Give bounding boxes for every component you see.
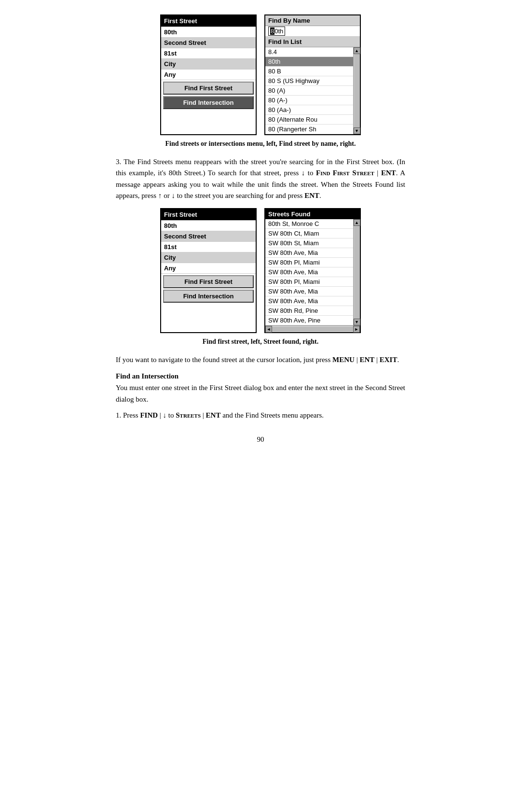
list-item-8[interactable]: 80 (Rangerter Sh	[265, 125, 353, 134]
bottom-panels-row: First Street 80th Second Street 81st Cit…	[116, 208, 405, 333]
caption-top: Find streets or intersections menu, left…	[116, 140, 405, 148]
scroll-down-btn-top[interactable]: ▼	[354, 127, 360, 134]
city-label-bottom: City	[161, 252, 256, 263]
city-value-bottom: Any	[161, 263, 256, 274]
find-by-name-input[interactable]: 80th	[268, 27, 285, 36]
sf-item-5[interactable]: SW 80th Ave, Mia	[265, 267, 353, 277]
streets-found-header: Streets Found	[265, 209, 360, 219]
right-panel-bottom: Streets Found 80th St, Monroe C SW 80th …	[264, 208, 361, 333]
sf-item-3[interactable]: SW 80th Ave, Mia	[265, 248, 353, 258]
scroll-down-btn-bottom[interactable]: ▼	[354, 319, 360, 325]
scroll-track-top	[354, 54, 360, 127]
scroll-up-btn-top[interactable]: ▲	[354, 47, 360, 54]
streets-found-scroll-area: 80th St, Monroe C SW 80th Ct, Miam SW 80…	[265, 219, 360, 325]
find-in-list-header: Find In List	[265, 37, 360, 47]
city-value-top: Any	[161, 70, 256, 80]
sf-item-4[interactable]: SW 80th Pl, Miami	[265, 258, 353, 267]
second-street-label-bottom: Second Street	[161, 231, 256, 242]
second-street-label-top: Second Street	[161, 38, 256, 48]
caption-bottom: Find first street, left, Street found, r…	[116, 338, 405, 346]
sf-item-6[interactable]: SW 80th Pl, Miami	[265, 277, 353, 287]
list-item-3[interactable]: 80 S (US Highway	[265, 76, 353, 86]
sf-item-2[interactable]: SW 80th St, Miam	[265, 238, 353, 248]
first-street-value-top: 80th	[161, 27, 256, 38]
second-street-value-bottom: 81st	[161, 242, 256, 252]
hscroll-right-btn[interactable]: ►	[353, 326, 360, 333]
input-cursor: 8	[270, 28, 274, 35]
hscroll-left-btn[interactable]: ◄	[265, 326, 272, 333]
find-first-street-btn-top[interactable]: Find First Street	[163, 82, 254, 95]
sf-item-1[interactable]: SW 80th Ct, Miam	[265, 229, 353, 238]
sf-item-0[interactable]: 80th St, Monroe C	[265, 219, 353, 229]
left-panel-top: First Street 80th Second Street 81st Cit…	[160, 14, 257, 135]
section-body-intersection: You must enter one street in the First S…	[116, 382, 405, 421]
top-panels-row: First Street 80th Second Street 81st Cit…	[116, 14, 405, 135]
page-number: 90	[116, 435, 405, 444]
right-panel-scrollbar-top[interactable]: ▲ ▼	[353, 47, 360, 134]
right-panel-top: Find By Name 80th Find In List 8.4 80th …	[264, 14, 361, 135]
find-by-name-input-row[interactable]: 80th	[265, 26, 360, 37]
left-panel-bottom: First Street 80th Second Street 81st Cit…	[160, 208, 257, 333]
body-paragraph-2: If you want to navigate to the found str…	[116, 354, 405, 365]
first-street-value-bottom: 80th	[161, 221, 256, 231]
streets-found-hscrollbar[interactable]: ◄ ►	[265, 325, 360, 332]
find-by-name-header: Find By Name	[265, 15, 360, 26]
sf-item-10[interactable]: SW 80th Ave, Pine	[265, 316, 353, 325]
input-suffix: 0th	[274, 28, 283, 35]
section-heading-find-intersection: Find an Intersection	[116, 372, 405, 380]
find-in-list-items: 8.4 80th 80 B 80 S (US Highway 80 (A) 80…	[265, 47, 353, 134]
find-intersection-btn-bottom[interactable]: Find Intersection	[163, 290, 254, 303]
list-item-4[interactable]: 80 (A)	[265, 86, 353, 96]
list-item-2[interactable]: 80 B	[265, 67, 353, 76]
second-street-value-top: 81st	[161, 48, 256, 59]
find-intersection-btn-top[interactable]: Find Intersection	[163, 96, 254, 109]
scroll-up-btn-bottom[interactable]: ▲	[354, 219, 360, 226]
list-item-6[interactable]: 80 (Aa-)	[265, 105, 353, 115]
list-item-1[interactable]: 80th	[265, 57, 353, 67]
right-panel-scrollbar-bottom[interactable]: ▲ ▼	[353, 219, 360, 325]
body-paragraph-1: 3. The Find Streets menu reappears with …	[116, 156, 405, 201]
first-street-header-top: First Street	[161, 15, 256, 27]
city-label-top: City	[161, 59, 256, 70]
list-item-0[interactable]: 8.4	[265, 47, 353, 57]
find-first-street-btn-bottom[interactable]: Find First Street	[163, 275, 254, 288]
list-item-5[interactable]: 80 (A-)	[265, 96, 353, 105]
sf-item-7[interactable]: SW 80th Ave, Mia	[265, 287, 353, 296]
sf-item-9[interactable]: SW 80th Rd, Pine	[265, 306, 353, 316]
first-street-header-bottom: First Street	[161, 209, 256, 221]
sf-item-8[interactable]: SW 80th Ave, Mia	[265, 296, 353, 306]
list-item-7[interactable]: 80 (Alternate Rou	[265, 115, 353, 125]
scroll-track-bottom	[354, 226, 360, 319]
find-in-list-scroll-area: 8.4 80th 80 B 80 S (US Highway 80 (A) 80…	[265, 47, 360, 134]
streets-found-list-items: 80th St, Monroe C SW 80th Ct, Miam SW 80…	[265, 219, 353, 325]
hscroll-track	[272, 327, 353, 332]
